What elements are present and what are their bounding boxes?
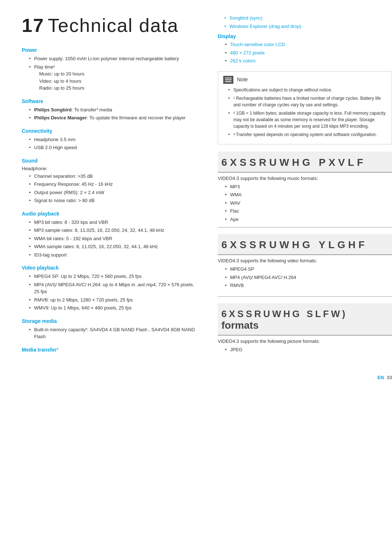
connectivity-list: Headphone 3.5 mm USB 2.0 High speed xyxy=(22,136,200,151)
section-sound: Sound Headphone: Channel separation: >35… xyxy=(22,158,200,204)
supported-video-banner: 6XSSRUWHG YLGHF xyxy=(218,234,392,255)
section-video-playback: Video playback MPEG4 SP: Up to 2 Mbps, 7… xyxy=(22,265,200,312)
list-item: Play time¹ Music: up to 20 hours Video: … xyxy=(29,63,200,92)
list-item: Philips Device Manager: To update the fi… xyxy=(29,114,200,122)
list-item: Philips Songbird: To transfer³ media xyxy=(29,106,200,114)
list-item: Frequency Response: 45 Hz - 16 kHz xyxy=(29,181,200,188)
audio-playback-list: MP3 bit rates: 8 - 320 kps and VBR MP3 s… xyxy=(22,219,200,259)
supported-picture-banner-subtitle: formats xyxy=(221,320,388,334)
note-icon-line xyxy=(225,78,232,78)
supported-music-banner: 6XSSRUWHG PXVLF xyxy=(218,152,392,173)
list-item: Touch-sensitive color LCD xyxy=(225,41,392,48)
picture-formats-list: JPEG xyxy=(218,346,392,353)
media-transfer-list: Songbird (sync) Windows Explorer (drag a… xyxy=(218,15,392,30)
sound-list: Channel separation: >35 dB Frequency Res… xyxy=(22,173,200,204)
list-item: JPEG xyxy=(225,346,392,353)
storage-media-list: Built-in memory capacity²: SA4VD4 4 GB N… xyxy=(22,326,200,340)
supported-video-divider: 6XSSRUWHG YLGHF VIDEO4.3 supports the fo… xyxy=(218,227,392,289)
list-item: MPEG4 SP xyxy=(225,266,392,273)
play-time-block: Music: up to 20 hours Video: up to 4 hou… xyxy=(34,70,200,92)
supported-picture-banner-title: 6XSSRUWHG SLFW) xyxy=(221,308,388,320)
media-transfer-title: Media transfer³ xyxy=(22,347,200,353)
video-formats-list: MPEG4 SP MP4 (AVI)/ MPEG4 AVC/ H.264 RMV… xyxy=(218,266,392,289)
video-playback-title: Video playback xyxy=(22,265,200,271)
note-header: Note xyxy=(223,76,387,84)
en-label: EN xyxy=(377,375,384,380)
list-item: MP3 bit rates: 8 - 320 kps and VBR xyxy=(29,219,200,226)
section-display: Display Touch-sensitive color LCD 480 × … xyxy=(218,33,392,65)
list-item: WAV xyxy=(225,200,392,207)
supported-picture-divider: 6XSSRUWHG SLFW) formats VIDEO4.3 support… xyxy=(218,296,392,353)
play-time-music: Music: up to 20 hours xyxy=(39,70,200,78)
page-title: 17Technical data xyxy=(22,15,200,36)
display-list: Touch-sensitive color LCD 480 × 272 pixe… xyxy=(218,41,392,65)
section-storage-media: Storage media Built-in memory capacity²:… xyxy=(22,318,200,340)
songbird-label: Philips Songbird xyxy=(34,107,72,112)
list-item: WMA bit rates: 5 - 192 kbps and VBR xyxy=(29,235,200,242)
supported-music-section: VIDEO4.3 supports the following music fo… xyxy=(218,176,392,223)
play-time-radio: Radio: up to 25 hours xyxy=(39,85,200,92)
sound-subtitle: Headphone: xyxy=(22,166,200,171)
list-item: Power supply: 1050 mAh Li-ion polymer in… xyxy=(29,55,200,62)
section-audio-playback: Audio playback MP3 bit rates: 8 - 320 kp… xyxy=(22,211,200,259)
list-item: MP3 xyxy=(225,183,392,190)
storage-media-title: Storage media xyxy=(22,318,200,324)
list-item: WMV9: Up to 1 Mbps, 640 × 480 pixels, 25… xyxy=(29,304,200,312)
supported-picture-section: VIDEO4.3 supports the following picture … xyxy=(218,338,392,353)
list-item: RMVB: up to 2 Mbps, 1280 × 720 pixels, 2… xyxy=(29,296,200,304)
page-number-area: EN 33 xyxy=(218,375,392,380)
power-list: Power supply: 1050 mAh Li-ion polymer in… xyxy=(22,55,200,92)
section-media-transfer: Media transfer³ xyxy=(22,347,200,353)
supported-video-section: VIDEO4.3 supports the following video fo… xyxy=(218,258,392,289)
note-box: Note Specifications are subject to chang… xyxy=(218,71,392,144)
list-item: Ape xyxy=(225,216,392,223)
software-list: Philips Songbird: To transfer³ media Phi… xyxy=(22,106,200,122)
note-icon xyxy=(223,76,233,84)
page-number: 33 xyxy=(387,375,392,380)
list-item: RMVB xyxy=(225,282,392,289)
power-title: Power xyxy=(22,47,200,53)
audio-playback-title: Audio playback xyxy=(22,211,200,217)
list-item: Signal to noise ratio: > 80 dB xyxy=(29,197,200,204)
supported-picture-subtitle: VIDEO4.3 supports the following picture … xyxy=(218,338,392,344)
list-item: Flac xyxy=(225,208,392,215)
list-item: WMA sample rates: 8, 11.025, 16, 22.050,… xyxy=(29,243,200,250)
note-item: ² 1GB = 1 billion bytes; available stora… xyxy=(228,110,387,130)
software-title: Software xyxy=(22,98,200,104)
list-item: Channel separation: >35 dB xyxy=(29,173,200,180)
note-item: ³ Transfer speed depends on operating sy… xyxy=(228,131,387,138)
video-playback-list: MPEG4 SP: Up to 2 Mbps, 720 × 560 pixels… xyxy=(22,273,200,312)
supported-music-subtitle: VIDEO4.3 supports the following music fo… xyxy=(218,176,392,181)
connectivity-title: Connectivity xyxy=(22,128,200,134)
list-item: MP4 (AVI)/ MPEG4 AVC/ H.264 xyxy=(225,274,392,281)
list-item: USB 2.0 High speed xyxy=(29,144,200,151)
device-manager-label: Philips Device Manager xyxy=(34,115,87,120)
supported-music-banner-title: 6XSSRUWHG PXVLF xyxy=(221,157,388,168)
section-software: Software Philips Songbird: To transfer³ … xyxy=(22,98,200,122)
section-connectivity: Connectivity Headphone 3.5 mm USB 2.0 Hi… xyxy=(22,128,200,151)
note-item: Specifications are subject to change wit… xyxy=(228,87,387,93)
list-item: MP3 sample rates: 8, 11.025, 16, 22.050,… xyxy=(29,227,200,234)
note-icon-line xyxy=(225,79,232,80)
list-item: MPEG4 SP: Up to 2 Mbps, 720 × 560 pixels… xyxy=(29,273,200,280)
list-item: Songbird (sync) xyxy=(224,15,392,22)
note-list: Specifications are subject to change wit… xyxy=(223,87,387,138)
music-formats-list: MP3 WMA WAV Flac Ape xyxy=(218,183,392,223)
list-item: Windows Explorer (drag and drop) xyxy=(224,23,392,30)
note-icon-line xyxy=(225,81,232,82)
display-title: Display xyxy=(218,33,392,39)
list-item: 480 × 272 pixels xyxy=(225,49,392,57)
list-item: MP4 (AVI)/ MPEG4 AVC/ H.264: up to 4 Mbp… xyxy=(29,281,200,295)
supported-video-banner-title: 6XSSRUWHG YLGHF xyxy=(221,239,388,251)
list-item: Output power (RMS): 2 × 2.4 mW xyxy=(29,189,200,196)
list-item: ID3-tag support xyxy=(29,251,200,259)
note-title: Note xyxy=(237,76,248,83)
supported-picture-banner: 6XSSRUWHG SLFW) formats xyxy=(218,303,392,336)
play-time-video: Video: up to 4 hours xyxy=(39,78,200,85)
sound-title: Sound xyxy=(22,158,200,164)
section-power: Power Power supply: 1050 mAh Li-ion poly… xyxy=(22,47,200,92)
note-item: ¹ Rechargeable batteries have a limited … xyxy=(228,95,387,108)
list-item: 262 k colors xyxy=(225,57,392,65)
list-item: WMA xyxy=(225,191,392,198)
supported-video-subtitle: VIDEO4.3 supports the following video fo… xyxy=(218,258,392,263)
